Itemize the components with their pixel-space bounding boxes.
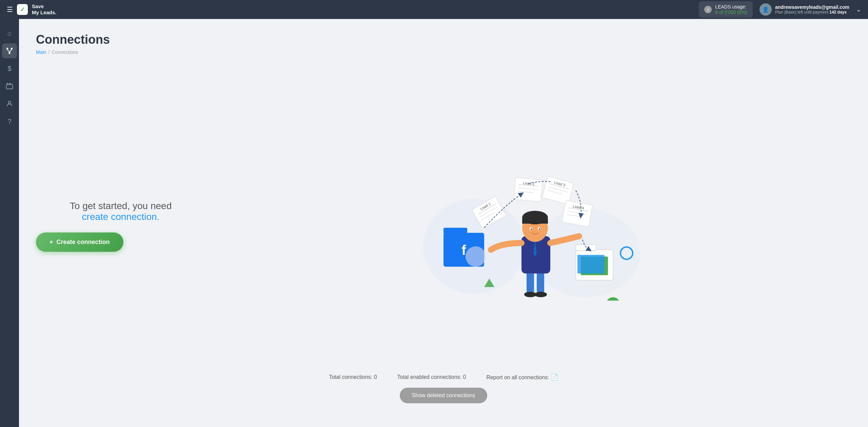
svg-point-48 [531, 228, 532, 230]
report-icon: 📄 [551, 374, 558, 381]
create-btn-icon: + [50, 239, 53, 246]
create-btn-label: Create connection [57, 239, 110, 246]
total-enabled-value: 0 [463, 374, 466, 380]
svg-point-40 [535, 292, 547, 297]
svg-line-4 [9, 49, 12, 52]
breadcrumb-current: Connections [52, 49, 78, 55]
total-connections-label: Total connections: 0 [329, 374, 377, 380]
hero-illustration: f Lead 1 [205, 135, 851, 304]
logo-check-icon: ✓ [20, 6, 25, 13]
svg-point-39 [524, 292, 536, 297]
svg-point-53 [466, 246, 486, 267]
sidebar: ⌂ $ ? [0, 19, 19, 427]
svg-point-1 [11, 48, 13, 50]
sidebar-item-billing[interactable]: $ [2, 61, 17, 76]
svg-point-49 [539, 228, 540, 230]
svg-point-2 [8, 52, 11, 54]
hero-left: To get started, you need create connecti… [36, 187, 205, 252]
navbar: ☰ ✓ Save My Leads. i LEADS usage: 6 of 5… [0, 0, 868, 19]
user-plan: Plan |Basic| left until payment 142 days [775, 10, 849, 15]
page-title: Connections [36, 33, 851, 47]
logo-box: ✓ [17, 4, 28, 15]
svg-rect-45 [522, 219, 548, 224]
svg-rect-10 [443, 228, 467, 234]
create-connection-link[interactable]: create connection. [82, 211, 160, 222]
navbar-right: i LEADS usage: 6 of 5'000 (0%) 👤 andrews… [699, 1, 861, 18]
logo-text: Save My Leads. [32, 3, 57, 16]
svg-point-6 [8, 101, 11, 104]
sidebar-item-services[interactable] [2, 79, 17, 94]
user-email: andrewsavemyleads@gmail.com [775, 4, 849, 10]
bottom-section: Total connections: 0 Total enabled conne… [36, 373, 851, 413]
hero-section: To get started, you need create connecti… [36, 65, 851, 373]
svg-rect-5 [6, 84, 13, 89]
info-icon: i [704, 6, 712, 13]
create-connection-button[interactable]: + Create connection [36, 232, 123, 252]
user-details: andrewsavemyleads@gmail.com Plan |Basic|… [775, 4, 849, 15]
report-label: Report on all connections: 📄 [486, 373, 558, 381]
total-enabled-label: Total enabled connections: 0 [397, 374, 466, 380]
sidebar-item-connections[interactable] [2, 43, 17, 58]
stats-row: Total connections: 0 Total enabled conne… [329, 373, 558, 381]
show-deleted-connections-button[interactable]: Show deleted connections [400, 388, 488, 403]
svg-line-3 [7, 49, 9, 52]
menu-icon[interactable]: ☰ [7, 5, 13, 14]
svg-point-51 [606, 297, 620, 301]
svg-rect-13 [576, 245, 596, 251]
svg-rect-31 [562, 200, 592, 227]
svg-rect-38 [537, 270, 544, 294]
breadcrumb-separator: / [48, 49, 50, 55]
total-connections-value: 0 [374, 374, 377, 380]
svg-rect-26 [542, 176, 574, 204]
sidebar-item-home[interactable]: ⌂ [2, 26, 17, 41]
leads-usage-text: LEADS usage: 6 of 5'000 (0%) [715, 4, 747, 15]
user-info: 👤 andrewsavemyleads@gmail.com Plan |Basi… [760, 3, 849, 16]
leads-usage: i LEADS usage: 6 of 5'000 (0%) [699, 1, 753, 18]
sidebar-item-help[interactable]: ? [2, 114, 17, 129]
sidebar-item-profile[interactable] [2, 96, 17, 111]
svg-rect-37 [527, 270, 534, 294]
navbar-left: ☰ ✓ Save My Leads. [7, 3, 57, 16]
breadcrumb-main-link[interactable]: Main [36, 49, 46, 55]
hero-tagline: To get started, you need create connecti… [36, 201, 205, 222]
svg-rect-15 [577, 255, 605, 273]
avatar: 👤 [760, 3, 772, 16]
main-content: Connections Main / Connections To get st… [19, 19, 868, 427]
chevron-down-icon[interactable]: ⌄ [856, 6, 861, 13]
svg-point-0 [6, 48, 8, 50]
breadcrumb: Main / Connections [36, 49, 851, 55]
